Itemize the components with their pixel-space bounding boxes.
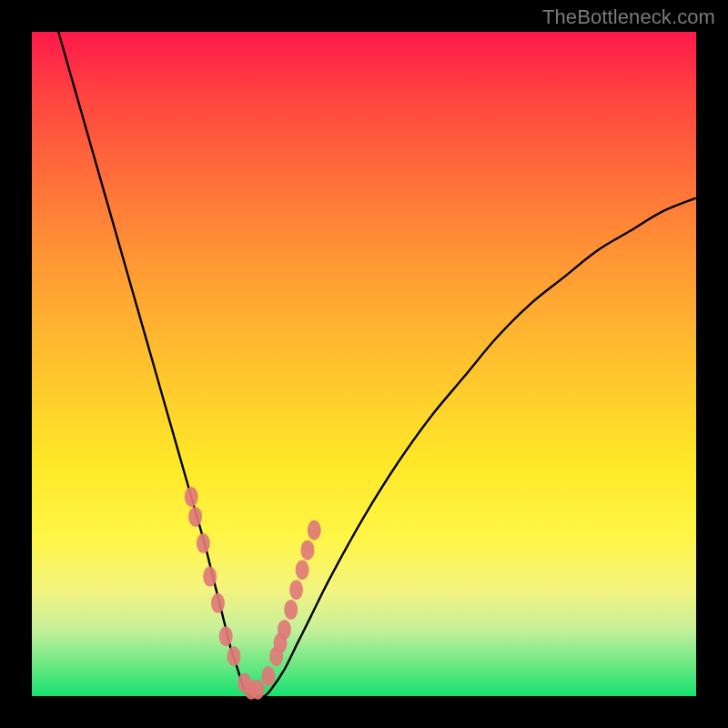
chart-frame: TheBottleneck.com [0, 0, 728, 728]
marker-dot [278, 620, 291, 640]
marker-dot [211, 593, 225, 613]
marker-dot [219, 626, 233, 646]
marker-dot [203, 567, 217, 587]
marker-dot [289, 580, 303, 600]
marker-dot [185, 487, 198, 507]
plot-area [32, 32, 696, 696]
marker-dot [188, 507, 202, 527]
marker-dot [261, 666, 275, 686]
marker-dot [227, 646, 240, 666]
marker-dot [300, 540, 314, 560]
watermark-text: TheBottleneck.com [542, 5, 715, 29]
bottleneck-curve [58, 32, 696, 697]
marker-dots [185, 487, 321, 700]
marker-dot [197, 533, 210, 553]
marker-dot [284, 600, 298, 620]
curve-svg [32, 32, 696, 696]
marker-dot [308, 521, 321, 541]
marker-dot [296, 560, 309, 580]
marker-dot [251, 680, 265, 700]
